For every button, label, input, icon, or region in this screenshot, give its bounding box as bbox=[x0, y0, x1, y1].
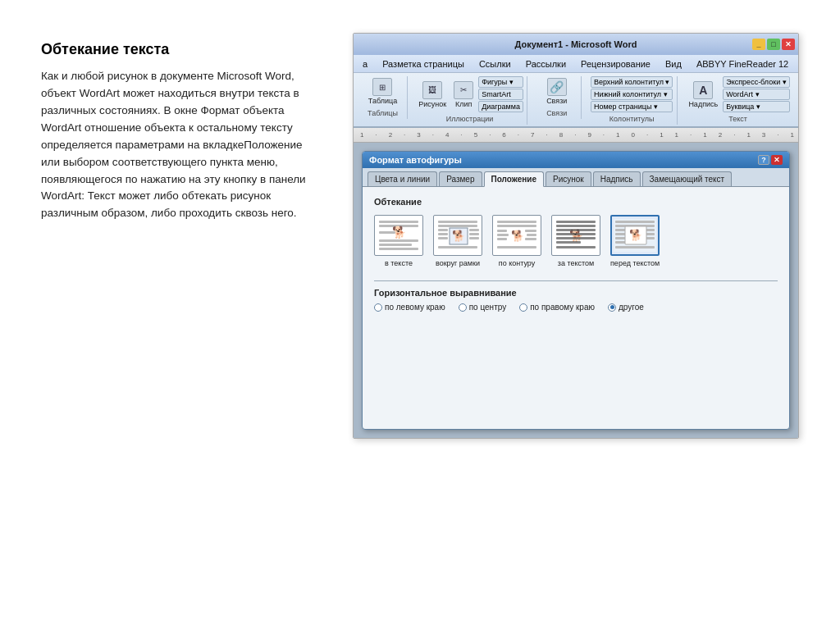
tab-alt-text[interactable]: Замещающий текст bbox=[642, 171, 733, 186]
menu-item-razmetka[interactable]: Разметка страницы bbox=[378, 57, 468, 71]
wrap-label-around-frame: вокруг рамки bbox=[436, 259, 480, 267]
svg-rect-14 bbox=[438, 233, 448, 235]
svg-text:🐕: 🐕 bbox=[511, 229, 525, 243]
wrapping-options: 🐕 в тексте bbox=[374, 215, 778, 267]
body-text: Как и любой рисунок в документе Microsof… bbox=[41, 68, 320, 222]
table-icon: ⊞ bbox=[372, 78, 392, 96]
wrap-option-behind[interactable]: 🐕 за текстом bbox=[551, 215, 600, 267]
tab-colors[interactable]: Цвета и линии bbox=[368, 171, 437, 186]
menu-item-recenzirovanie[interactable]: Рецензирование bbox=[577, 57, 655, 71]
wrap-option-in-text[interactable]: 🐕 в тексте bbox=[374, 215, 423, 267]
svg-rect-19 bbox=[438, 246, 477, 248]
caption-label: Надпись bbox=[688, 100, 718, 108]
table-label: Таблица bbox=[368, 97, 397, 105]
radio-group-halign: по левому краю по центру по правому краю bbox=[374, 303, 778, 312]
wrap-svg-around-frame: 🐕 bbox=[435, 217, 481, 254]
wrap-label-behind: за текстом bbox=[558, 259, 594, 267]
radio-other[interactable]: другое bbox=[608, 303, 644, 312]
clip-icon: ✂ bbox=[454, 81, 473, 99]
title-bar-text: Документ1 - Microsoft Word bbox=[515, 39, 637, 49]
ribbon-group-illustrations: 🖼 Рисунок ✂ Клип Фигуры ▾ SmartArt Диагр… bbox=[413, 76, 527, 125]
wrap-icon-contour: 🐕 bbox=[492, 215, 541, 256]
menu-item-ssylki[interactable]: Ссылки bbox=[475, 57, 515, 71]
svg-rect-5 bbox=[379, 239, 418, 242]
svg-text:🐕: 🐕 bbox=[452, 229, 466, 243]
header-top-button[interactable]: Верхний колонтитул ▾ bbox=[591, 76, 673, 88]
svg-rect-35 bbox=[556, 229, 596, 231]
svg-rect-15 bbox=[438, 237, 448, 239]
page-title: Обтекание текста bbox=[41, 41, 320, 58]
halign-section: Горизонтальное выравнивание по левому кр… bbox=[374, 280, 778, 312]
tables-buttons: ⊞ Таблица bbox=[366, 76, 399, 107]
page-number-button[interactable]: Номер страницы ▾ bbox=[591, 101, 673, 112]
ribbon-group-links: 🔗 Связи Связи bbox=[532, 76, 582, 119]
wordart-button[interactable]: WordArt ▾ bbox=[723, 89, 789, 100]
wrap-option-around-frame[interactable]: 🐕 вокруг рамки bbox=[433, 215, 482, 267]
menu-item-abbyy[interactable]: ABBYY FineReader 12 bbox=[692, 57, 792, 71]
close-button[interactable]: ✕ bbox=[782, 39, 795, 50]
diagram-button[interactable]: Диаграмма bbox=[478, 101, 523, 112]
text-block: Обтекание текста Как и любой рисунок в д… bbox=[41, 33, 320, 439]
small-buttons-text: Экспресс-блоки ▾ WordArt ▾ Буквица ▾ bbox=[723, 76, 789, 112]
tab-caption[interactable]: Надпись bbox=[593, 171, 641, 186]
wrap-option-contour[interactable]: 🐕 по контуру bbox=[492, 215, 541, 267]
wrap-label-front: перед текстом bbox=[610, 259, 660, 267]
figures-button[interactable]: Фигуры ▾ bbox=[478, 76, 523, 88]
headers-buttons: Верхний колонтитул ▾ Нижний колонтитул ▾… bbox=[591, 76, 673, 112]
tables-group-label: Таблицы bbox=[368, 109, 398, 117]
ribbon-row: ⊞ Таблица Таблицы 🖼 Рисунок ✂ bbox=[358, 76, 793, 125]
radio-center-label: по центру bbox=[469, 303, 506, 312]
wrap-svg-front: 🐕 bbox=[612, 217, 658, 254]
caption-button[interactable]: A Надпись bbox=[686, 80, 720, 110]
text-buttons: A Надпись Экспресс-блоки ▾ WordArt ▾ Бук… bbox=[686, 76, 789, 112]
caption-icon: A bbox=[693, 81, 713, 99]
content-area: Обтекание текста Как и любой рисунок в д… bbox=[41, 33, 799, 439]
illustrations-buttons: 🖼 Рисунок ✂ Клип Фигуры ▾ SmartArt Диагр… bbox=[416, 76, 523, 112]
radio-circle-other bbox=[608, 303, 616, 312]
clip-label: Клип bbox=[455, 100, 472, 108]
picture-button[interactable]: 🖼 Рисунок bbox=[416, 80, 449, 110]
picture-icon: 🖼 bbox=[422, 81, 442, 99]
svg-rect-30 bbox=[497, 246, 536, 248]
radio-right[interactable]: по правому краю bbox=[519, 303, 595, 312]
svg-rect-47 bbox=[615, 246, 655, 248]
word-screenshot: Документ1 - Microsoft Word _ □ ✕ а Разме… bbox=[353, 33, 799, 439]
wrap-icon-around-frame: 🐕 bbox=[433, 215, 482, 256]
small-buttons-illus: Фигуры ▾ SmartArt Диаграмма bbox=[478, 76, 523, 112]
express-blocks-button[interactable]: Экспресс-блоки ▾ bbox=[723, 76, 789, 88]
links-button[interactable]: 🔗 Связи bbox=[544, 76, 569, 107]
tab-position[interactable]: Положение bbox=[484, 171, 545, 187]
menu-item-a[interactable]: а bbox=[358, 57, 372, 71]
menu-item-vid[interactable]: Вид bbox=[661, 57, 686, 71]
tab-size[interactable]: Размер bbox=[439, 171, 482, 186]
svg-text:🐕: 🐕 bbox=[392, 226, 407, 239]
ruler: 1·2·3·4·5·6·7·8·9·10·11·12·13·14·15 bbox=[354, 128, 798, 143]
clip-button[interactable]: ✂ Клип bbox=[451, 80, 476, 110]
svg-rect-24 bbox=[497, 230, 507, 232]
radio-center[interactable]: по центру bbox=[459, 303, 506, 312]
svg-rect-38 bbox=[556, 241, 581, 244]
dialog-close-button[interactable]: ✕ bbox=[771, 155, 783, 165]
svg-text:🐕: 🐕 bbox=[629, 228, 643, 242]
minimize-button[interactable]: _ bbox=[752, 39, 765, 50]
svg-rect-17 bbox=[469, 233, 479, 235]
svg-rect-18 bbox=[469, 237, 479, 239]
svg-rect-29 bbox=[525, 238, 536, 240]
links-group-label: Связи bbox=[546, 109, 567, 117]
svg-rect-27 bbox=[525, 230, 536, 232]
dialog-help-button[interactable]: ? bbox=[758, 155, 769, 165]
wrap-icon-behind: 🐕 bbox=[551, 215, 600, 256]
table-button[interactable]: ⊞ Таблица bbox=[366, 76, 399, 107]
header-bottom-button[interactable]: Нижний колонтитул ▾ bbox=[591, 89, 673, 100]
ruler-content: 1·2·3·4·5·6·7·8·9·10·11·12·13·14·15 bbox=[357, 128, 795, 142]
wrap-option-front[interactable]: 🐕 перед текстом bbox=[610, 215, 660, 267]
radio-left[interactable]: по левому краю bbox=[374, 303, 445, 312]
dropcap-button[interactable]: Буквица ▾ bbox=[723, 101, 789, 112]
wrapping-section-label: Обтекание bbox=[374, 197, 778, 207]
menu-item-rassylki[interactable]: Рассылки bbox=[522, 57, 570, 71]
maximize-button[interactable]: □ bbox=[767, 39, 780, 50]
tab-picture[interactable]: Рисунок bbox=[546, 171, 591, 186]
radio-circle-right bbox=[519, 303, 527, 312]
wrap-icon-front: 🐕 bbox=[610, 215, 660, 256]
smartart-button[interactable]: SmartArt bbox=[478, 89, 523, 100]
